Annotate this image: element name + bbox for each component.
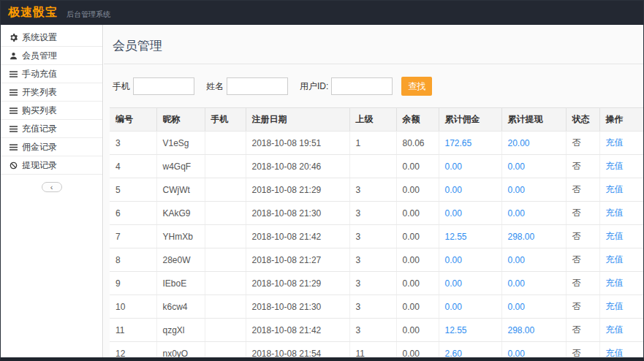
cell-action: 充值 xyxy=(599,319,643,342)
cell-id: 10 xyxy=(110,295,156,319)
cell-nickname: KAkG9 xyxy=(156,202,205,225)
recharge-link[interactable]: 充值 xyxy=(606,137,624,148)
sidebar-item-lottery-list[interactable]: 开奖列表 xyxy=(1,83,102,102)
list-icon xyxy=(10,125,22,133)
cell-withdraw: 0.00 xyxy=(501,295,566,319)
recharge-link[interactable]: 充值 xyxy=(606,301,624,311)
cell-commission: 2.60 xyxy=(439,342,501,358)
cell-balance: 0.00 xyxy=(396,248,439,272)
sidebar-item-member-management[interactable]: 会员管理 xyxy=(1,47,102,65)
recharge-link[interactable]: 充值 xyxy=(606,184,624,194)
sidebar-item-label: 手动充值 xyxy=(22,68,57,80)
cell-commission: 0.00 xyxy=(439,295,501,319)
cell-reg-date: 2018-10-08 21:30 xyxy=(246,202,349,225)
table-row: 7YHmXb2018-10-08 21:4230.0012.55298.00否充… xyxy=(110,225,643,248)
member-table-container: 编号 昵称 手机 注册日期 上级 余额 累计佣金 累计提现 状态 操作 3V1e… xyxy=(110,107,643,357)
sidebar-item-system-settings[interactable]: 系统设置 xyxy=(1,28,102,47)
sidebar-item-label: 系统设置 xyxy=(22,31,57,44)
col-parent: 上级 xyxy=(349,108,396,132)
cell-action: 充值 xyxy=(599,342,643,358)
cell-action: 充值 xyxy=(599,132,643,155)
cell-reg-date: 2018-10-08 21:54 xyxy=(246,342,349,358)
cell-reg-date: 2018-10-08 21:29 xyxy=(246,272,349,295)
sidebar-item-label: 开奖列表 xyxy=(22,86,57,99)
cell-reg-date: 2018-10-08 21:42 xyxy=(246,225,349,248)
cell-parent: 3 xyxy=(349,225,396,248)
phone-filter-label: 手机 xyxy=(113,80,130,93)
cell-id: 11 xyxy=(110,319,156,342)
name-filter-input[interactable] xyxy=(227,77,288,95)
cell-status: 否 xyxy=(566,272,599,295)
sidebar-item-label: 充值记录 xyxy=(22,123,57,135)
cell-commission: 0.00 xyxy=(439,202,501,225)
member-table-body: 3V1eSg2018-10-08 19:51180.06172.6520.00否… xyxy=(110,132,643,358)
cell-phone xyxy=(205,272,246,295)
sidebar-item-recharge-records[interactable]: 充值记录 xyxy=(1,120,102,138)
cell-commission: 0.00 xyxy=(439,248,501,272)
cell-parent: 1 xyxy=(349,132,396,155)
cell-action: 充值 xyxy=(599,155,643,178)
sidebar: 系统设置 会员管理 手动充值 开奖列表 购买列表 xyxy=(1,25,103,357)
recharge-link[interactable]: 充值 xyxy=(606,208,624,218)
col-id: 编号 xyxy=(110,108,156,132)
cell-phone xyxy=(205,132,246,155)
cell-parent: 3 xyxy=(349,319,396,342)
recharge-link[interactable]: 充值 xyxy=(606,161,624,171)
search-button[interactable]: 查找 xyxy=(401,77,432,96)
sidebar-collapse-button[interactable]: ‹ xyxy=(42,182,62,192)
cell-balance: 0.00 xyxy=(396,342,439,358)
phone-filter-input[interactable] xyxy=(133,77,194,95)
recharge-link[interactable]: 充值 xyxy=(606,254,624,265)
col-withdraw: 累计提现 xyxy=(501,108,566,132)
cell-parent: 3 xyxy=(349,248,396,272)
sidebar-item-label: 佣金记录 xyxy=(22,141,57,153)
cell-balance: 0.00 xyxy=(396,272,439,295)
cell-id: 6 xyxy=(110,202,156,225)
list-icon xyxy=(10,143,22,151)
cell-nickname: qzgXl xyxy=(156,319,205,342)
filter-bar: 手机 姓名 用户ID: 查找 xyxy=(104,64,643,103)
list-icon xyxy=(10,88,22,96)
cell-balance: 0.00 xyxy=(396,202,439,225)
list-icon xyxy=(10,70,22,78)
cell-nickname: IEboE xyxy=(156,272,205,295)
cell-status: 否 xyxy=(566,132,599,155)
gear-icon xyxy=(10,34,22,42)
cell-action: 充值 xyxy=(599,272,643,295)
recharge-link[interactable]: 充值 xyxy=(606,324,624,335)
recharge-link[interactable]: 充值 xyxy=(606,348,624,357)
cell-status: 否 xyxy=(566,342,599,358)
ban-icon xyxy=(10,162,22,170)
cell-nickname: YHmXb xyxy=(156,225,205,248)
sidebar-item-label: 购买列表 xyxy=(22,104,57,117)
cell-withdraw: 0.00 xyxy=(501,178,566,202)
table-row: 5CWjWt2018-10-08 21:2930.000.000.00否充值 xyxy=(110,178,643,202)
admin-window: 极速骰宝 后台管理系统 系统设置 会员管理 手动充值 开奖列表 xyxy=(0,0,644,361)
userid-filter-input[interactable] xyxy=(331,77,393,95)
col-status: 状态 xyxy=(566,108,599,132)
sidebar-item-commission-records[interactable]: 佣金记录 xyxy=(1,138,102,156)
name-filter-label: 姓名 xyxy=(206,80,224,93)
cell-action: 充值 xyxy=(599,295,643,319)
cell-phone xyxy=(205,342,246,358)
sidebar-item-purchase-list[interactable]: 购买列表 xyxy=(1,102,102,120)
main-content: 会员管理 手机 姓名 用户ID: 查找 编号 昵称 xyxy=(104,25,643,357)
recharge-link[interactable]: 充值 xyxy=(606,231,624,241)
cell-commission: 172.65 xyxy=(439,132,501,155)
cell-status: 否 xyxy=(566,178,599,202)
recharge-link[interactable]: 充值 xyxy=(606,278,624,288)
cell-phone xyxy=(205,155,246,178)
cell-phone xyxy=(205,202,246,225)
member-table: 编号 昵称 手机 注册日期 上级 余额 累计佣金 累计提现 状态 操作 3V1e… xyxy=(110,107,643,357)
table-row: 12nx0yO2018-10-08 21:54110.002.600.00否充值 xyxy=(110,342,643,358)
cell-parent: 3 xyxy=(349,295,396,319)
cell-phone xyxy=(205,225,246,248)
sidebar-item-withdraw-records[interactable]: 提现记录 xyxy=(1,156,102,175)
table-row: 828e0W2018-10-08 21:2730.000.000.00否充值 xyxy=(110,248,643,272)
cell-status: 否 xyxy=(566,319,599,342)
cell-reg-date: 2018-10-08 21:30 xyxy=(246,295,349,319)
cell-nickname: CWjWt xyxy=(156,178,205,202)
cell-parent: 3 xyxy=(349,178,396,202)
cell-action: 充值 xyxy=(599,202,643,225)
sidebar-item-manual-recharge[interactable]: 手动充值 xyxy=(1,65,102,83)
